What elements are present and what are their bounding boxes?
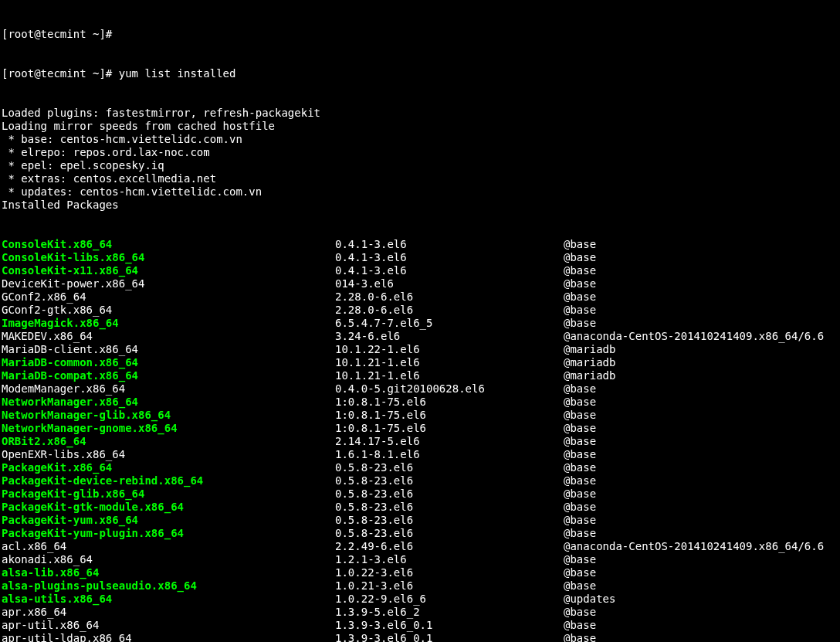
- package-row: apr-util.x86_641.3.9-3.el6_0.1@base: [2, 619, 838, 632]
- package-row: apr-util-ldap.x86_641.3.9-3.el6_0.1@base: [2, 632, 838, 642]
- package-version: 014-3.el6: [335, 277, 564, 290]
- package-name: GConf2-gtk.x86_64: [2, 304, 335, 317]
- package-repo: @base: [564, 579, 838, 593]
- package-name: MariaDB-client.x86_64: [2, 343, 335, 356]
- package-name: alsa-plugins-pulseaudio.x86_64: [2, 579, 335, 593]
- package-repo: @base: [564, 619, 838, 632]
- package-name: NetworkManager.x86_64: [2, 396, 335, 409]
- package-repo: @base: [564, 448, 838, 461]
- output-line: * epel: epel.scopesky.iq: [2, 159, 838, 172]
- package-row: NetworkManager-gnome.x86_641:0.8.1-75.el…: [2, 422, 838, 435]
- package-version: 1.6.1-8.1.el6: [335, 448, 564, 461]
- package-version: 1.3.9-3.el6_0.1: [335, 619, 564, 632]
- package-row: akonadi.x86_641.2.1-3.el6@base: [2, 553, 838, 566]
- package-repo: @base: [564, 396, 838, 409]
- package-version: 0.4.0-5.git20100628.el6: [335, 382, 564, 396]
- package-version: 1.0.22-3.el6: [335, 566, 564, 579]
- package-repo: @base: [564, 422, 838, 435]
- package-row: ConsoleKit.x86_640.4.1-3.el6@base: [2, 238, 838, 251]
- terminal-window[interactable]: [root@tecmint ~]# [root@tecmint ~]# yum …: [0, 0, 840, 642]
- output-text: * base: centos-hcm.viettelidc.com.vn: [2, 133, 242, 146]
- package-repo: @base: [564, 461, 838, 474]
- package-version: 2.14.17-5.el6: [335, 435, 564, 448]
- package-version: 1.3.9-3.el6_0.1: [335, 632, 564, 642]
- output-text: Installed Packages: [2, 199, 119, 212]
- shell-prompt: [root@tecmint ~]#: [2, 28, 119, 41]
- package-row: alsa-utils.x86_641.0.22-9.el6_6@updates: [2, 593, 838, 606]
- package-repo: @base: [564, 606, 838, 619]
- package-repo: @updates: [564, 593, 838, 606]
- package-row: alsa-plugins-pulseaudio.x86_641.0.21-3.e…: [2, 579, 838, 593]
- package-name: PackageKit.x86_64: [2, 461, 335, 474]
- package-version: 0.5.8-23.el6: [335, 474, 564, 487]
- output-text: Loading mirror speeds from cached hostfi…: [2, 120, 275, 133]
- output-line: * updates: centos-hcm.viettelidc.com.vn: [2, 185, 838, 199]
- package-name: acl.x86_64: [2, 540, 335, 553]
- package-version: 1:0.8.1-75.el6: [335, 422, 564, 435]
- package-row: ImageMagick.x86_646.5.4.7-7.el6_5@base: [2, 317, 838, 330]
- package-name: alsa-utils.x86_64: [2, 593, 335, 606]
- package-name: MAKEDEV.x86_64: [2, 330, 335, 343]
- package-repo: @base: [564, 632, 838, 642]
- package-name: PackageKit-yum-plugin.x86_64: [2, 527, 335, 540]
- package-version: 10.1.22-1.el6: [335, 343, 564, 356]
- package-repo: @base: [564, 382, 838, 396]
- package-name: OpenEXR-libs.x86_64: [2, 448, 335, 461]
- package-row: NetworkManager.x86_641:0.8.1-75.el6@base: [2, 396, 838, 409]
- command-text: yum list installed: [119, 67, 236, 80]
- package-name: PackageKit-glib.x86_64: [2, 487, 335, 501]
- package-version: 10.1.21-1.el6: [335, 369, 564, 382]
- package-version: 0.4.1-3.el6: [335, 251, 564, 264]
- package-version: 1:0.8.1-75.el6: [335, 409, 564, 422]
- package-repo: @base: [564, 566, 838, 579]
- package-repo: @base: [564, 264, 838, 277]
- package-version: 2.28.0-6.el6: [335, 304, 564, 317]
- package-version: 1:0.8.1-75.el6: [335, 396, 564, 409]
- prompt-line: [root@tecmint ~]# yum list installed: [2, 67, 838, 80]
- package-name: ImageMagick.x86_64: [2, 317, 335, 330]
- package-repo: @mariadb: [564, 356, 838, 369]
- package-row: GConf2-gtk.x86_642.28.0-6.el6@base: [2, 304, 838, 317]
- package-repo: @base: [564, 317, 838, 330]
- package-version: 0.5.8-23.el6: [335, 487, 564, 501]
- package-name: PackageKit-device-rebind.x86_64: [2, 474, 335, 487]
- package-name: GConf2.x86_64: [2, 290, 335, 304]
- output-line: * base: centos-hcm.viettelidc.com.vn: [2, 133, 838, 146]
- package-version: 3.24-6.el6: [335, 330, 564, 343]
- package-repo: @base: [564, 487, 838, 501]
- package-repo: @base: [564, 474, 838, 487]
- package-version: 0.5.8-23.el6: [335, 501, 564, 514]
- package-name: NetworkManager-glib.x86_64: [2, 409, 335, 422]
- package-row: MAKEDEV.x86_643.24-6.el6@anaconda-CentOS…: [2, 330, 838, 343]
- output-text: * updates: centos-hcm.viettelidc.com.vn: [2, 185, 262, 199]
- package-version: 0.5.8-23.el6: [335, 527, 564, 540]
- shell-prompt: [root@tecmint ~]#: [2, 67, 119, 80]
- package-row: MariaDB-compat.x86_6410.1.21-1.el6@maria…: [2, 369, 838, 382]
- package-repo: @mariadb: [564, 369, 838, 382]
- package-row: NetworkManager-glib.x86_641:0.8.1-75.el6…: [2, 409, 838, 422]
- output-line: * extras: centos.excellmedia.net: [2, 172, 838, 185]
- package-version: 10.1.21-1.el6: [335, 356, 564, 369]
- package-repo: @base: [564, 304, 838, 317]
- package-version: 6.5.4.7-7.el6_5: [335, 317, 564, 330]
- output-text: * extras: centos.excellmedia.net: [2, 172, 216, 185]
- package-repo: @mariadb: [564, 343, 838, 356]
- package-row: PackageKit-yum-plugin.x86_640.5.8-23.el6…: [2, 527, 838, 540]
- package-repo: @anaconda-CentOS-201410241409.x86_64/6.6: [564, 330, 838, 343]
- package-version: 0.5.8-23.el6: [335, 461, 564, 474]
- package-name: apr-util-ldap.x86_64: [2, 632, 335, 642]
- package-row: ConsoleKit-x11.x86_640.4.1-3.el6@base: [2, 264, 838, 277]
- package-version: 1.3.9-5.el6_2: [335, 606, 564, 619]
- package-row: apr.x86_641.3.9-5.el6_2@base: [2, 606, 838, 619]
- package-name: PackageKit-yum.x86_64: [2, 514, 335, 527]
- package-row: acl.x86_642.2.49-6.el6@anaconda-CentOS-2…: [2, 540, 838, 553]
- package-row: ORBit2.x86_642.14.17-5.el6@base: [2, 435, 838, 448]
- package-name: akonadi.x86_64: [2, 553, 335, 566]
- package-repo: @base: [564, 409, 838, 422]
- package-version: 0.4.1-3.el6: [335, 238, 564, 251]
- package-repo: @base: [564, 553, 838, 566]
- package-row: GConf2.x86_642.28.0-6.el6@base: [2, 290, 838, 304]
- prompt-line: [root@tecmint ~]#: [2, 28, 838, 41]
- package-row: PackageKit-gtk-module.x86_640.5.8-23.el6…: [2, 501, 838, 514]
- package-name: NetworkManager-gnome.x86_64: [2, 422, 335, 435]
